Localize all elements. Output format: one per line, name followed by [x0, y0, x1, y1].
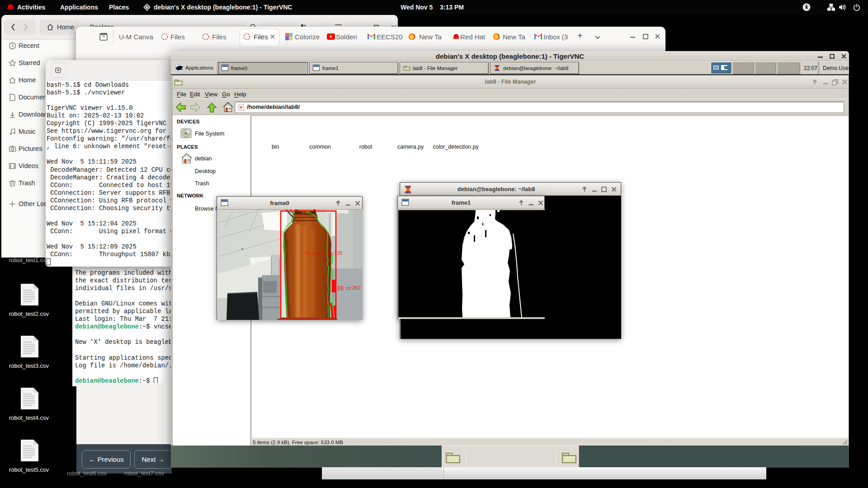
svg-text:0]: cx:197 cy:129: 0]: cx:197 cy:129: [305, 250, 342, 256]
svg-text:[0]: cx:267: [0]: cx:267: [338, 285, 361, 291]
